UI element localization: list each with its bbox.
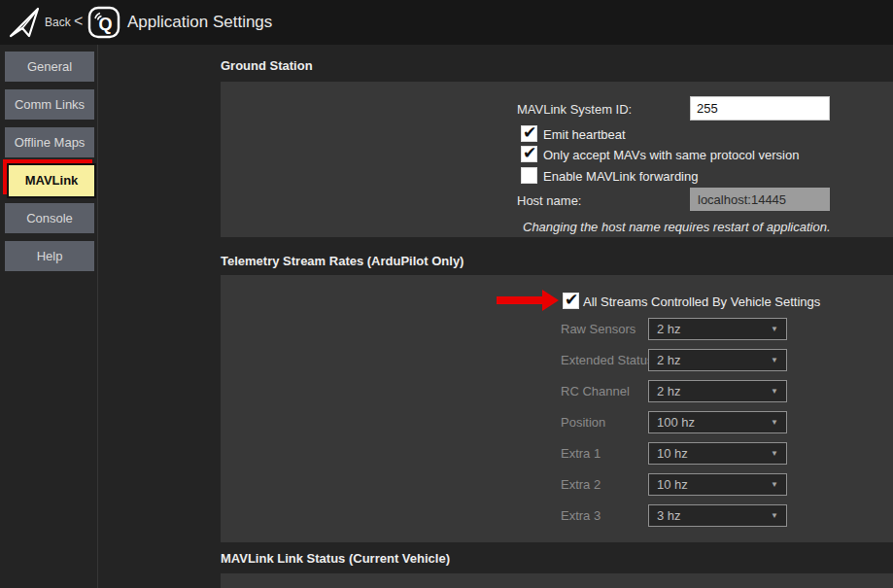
position-dropdown[interactable]: 100 hz ▼ — [648, 411, 787, 433]
sidebar-item-mavlink[interactable]: MAVLink — [7, 163, 96, 198]
sidebar-item-comm-links[interactable]: Comm Links — [5, 89, 94, 120]
qgc-plane-icon — [7, 5, 42, 40]
annotation-arrow-head — [542, 290, 559, 311]
raw-sensors-value: 2 hz — [657, 319, 681, 339]
rc-channel-value: 2 hz — [657, 381, 681, 401]
all-streams-checkbox[interactable] — [563, 293, 579, 309]
page-title: Application Settings — [127, 0, 272, 45]
sidebar-item-help[interactable]: Help — [5, 241, 94, 271]
chevron-down-icon: ▼ — [771, 381, 778, 401]
position-label: Position — [561, 415, 605, 430]
extra1-value: 10 hz — [657, 443, 688, 464]
host-name-input[interactable] — [690, 188, 830, 211]
extra2-value: 10 hz — [657, 474, 688, 495]
sidebar-divider — [97, 45, 98, 588]
same-protocol-label: Only accept MAVs with same protocol vers… — [543, 148, 799, 162]
sidebar-item-offline-maps[interactable]: Offline Maps — [5, 127, 94, 157]
mavlink-forwarding-label: Enable MAVLink forwarding — [543, 169, 698, 184]
raw-sensors-dropdown[interactable]: 2 hz ▼ — [648, 318, 787, 340]
all-streams-label: All Streams Controlled By Vehicle Settin… — [583, 294, 820, 309]
extra2-dropdown[interactable]: 10 hz ▼ — [648, 473, 787, 496]
restart-note: Changing the host name requires restart … — [523, 220, 831, 234]
extra3-dropdown[interactable]: 3 hz ▼ — [648, 504, 787, 527]
chevron-down-icon: ▼ — [771, 474, 778, 495]
chevron-down-icon: ▼ — [771, 443, 778, 464]
system-id-input[interactable] — [690, 96, 830, 121]
extra3-value: 3 hz — [657, 505, 681, 526]
annotation-red-frame: MAVLink — [3, 159, 92, 194]
sidebar-item-general[interactable]: General — [5, 52, 94, 82]
section-title-telemetry: Telemetry Stream Rates (ArduPilot Only) — [221, 254, 464, 268]
chevron-down-icon: ▼ — [771, 412, 778, 432]
section-title-link-status: MAVLink Link Status (Current Vehicle) — [221, 551, 450, 566]
system-id-label: MAVLink System ID: — [517, 102, 632, 117]
back-chevron-icon[interactable]: < — [74, 0, 83, 45]
chevron-down-icon: ▼ — [771, 350, 778, 370]
annotation-arrow — [497, 296, 542, 304]
svg-text:Q: Q — [98, 15, 112, 34]
extra2-label: Extra 2 — [561, 477, 601, 492]
raw-sensors-label: Raw Sensors — [561, 322, 635, 336]
top-bar: Back < Q Application Settings — [0, 0, 893, 45]
position-value: 100 hz — [657, 412, 695, 432]
emit-heartbeat-checkbox[interactable] — [521, 125, 537, 142]
mavlink-forwarding-checkbox[interactable] — [521, 167, 537, 184]
extended-status-value: 2 hz — [657, 350, 681, 370]
emit-heartbeat-label: Emit heartbeat — [543, 127, 626, 142]
host-name-label: Host name: — [517, 193, 581, 208]
link-status-panel — [221, 573, 893, 588]
extra3-label: Extra 3 — [561, 508, 601, 523]
same-protocol-checkbox[interactable] — [521, 146, 537, 162]
qgc-app-icon: Q — [87, 6, 120, 39]
chevron-down-icon: ▼ — [771, 505, 778, 526]
sidebar-item-console[interactable]: Console — [5, 203, 94, 233]
chevron-down-icon: ▼ — [771, 319, 778, 339]
extended-status-dropdown[interactable]: 2 hz ▼ — [648, 349, 787, 371]
back-button[interactable]: Back — [45, 0, 71, 45]
rc-channel-dropdown[interactable]: 2 hz ▼ — [648, 380, 787, 402]
rc-channel-label: RC Channel — [561, 384, 630, 398]
section-title-ground-station: Ground Station — [221, 58, 313, 73]
extra1-label: Extra 1 — [561, 446, 601, 461]
telemetry-panel — [221, 275, 893, 542]
extended-status-label: Extended Status — [561, 353, 653, 367]
extra1-dropdown[interactable]: 10 hz ▼ — [648, 442, 787, 465]
